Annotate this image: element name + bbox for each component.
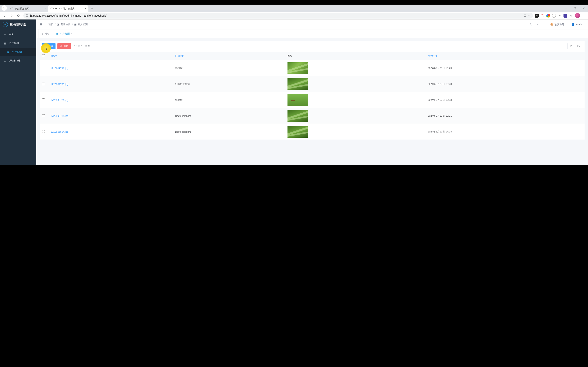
export-button[interactable] [575, 43, 582, 49]
sidebar-item-auth[interactable]: ◈ 认证和授权 ˅ [0, 56, 36, 65]
file-name-link[interactable]: 1726809790.jpg [51, 83, 68, 86]
window-close-button[interactable] [579, 5, 588, 12]
row-checkbox[interactable] [42, 99, 45, 101]
col-header-result[interactable]: 识别结果 [173, 52, 285, 60]
time-cell: 2024年3月17日 14:08 [425, 124, 585, 140]
user-menu[interactable]: 👤 admin ˅ [571, 23, 585, 26]
extension-icon-1[interactable]: N [535, 14, 539, 17]
topbar-actions: A ⤢ ⌂ 🎨 改变主题 ˅ 👤 admin ˅ [530, 23, 585, 26]
tab-search-button[interactable] [1, 5, 7, 11]
result-cell: 褐斑病 [173, 60, 285, 76]
browser-tabbar: 识别系统 使用 × Django 站点管理员 × + [0, 5, 588, 12]
sidebar-subitem-image-detect[interactable]: ▣ 图片检测 [0, 48, 36, 56]
extension-icon-5[interactable]: ❄ [558, 14, 562, 17]
add-button[interactable]: ＋ 增加 [42, 43, 55, 49]
sidebar-item-home[interactable]: ⌂ 首页 [0, 29, 36, 39]
letterbox-bottom [0, 165, 588, 170]
breadcrumb-page[interactable]: ▣图片检测 [74, 23, 88, 26]
chevron-down-icon: ˅ [33, 60, 34, 62]
window-minimize-button[interactable] [562, 5, 571, 12]
address-bar[interactable]: ⓘ ⚿ ☆ [23, 13, 533, 18]
time-cell: 2024年9月20日 13:23 [425, 76, 585, 92]
svg-rect-1 [574, 8, 576, 9]
letterbox-top [0, 0, 588, 5]
nav-reload-button[interactable] [15, 13, 21, 19]
fullscreen-button[interactable]: ⤢ [537, 23, 539, 26]
home-icon: ⌂ [46, 23, 47, 26]
file-name-link[interactable]: 1726809798.jpg [51, 67, 68, 70]
breadcrumb-group[interactable]: ▣图片检测 [57, 23, 70, 26]
sidebar-item-label: 认证和授权 [9, 59, 21, 63]
thumbnail-image[interactable] [287, 126, 308, 138]
bookmark-star-icon[interactable]: ☆ [528, 14, 531, 17]
user-icon: 👤 [571, 23, 575, 26]
sidebar-item-label: 图片检测 [9, 42, 19, 45]
sidebar-toggle-button[interactable]: ☰ [40, 23, 42, 26]
time-cell: 2024年9月20日 13:21 [425, 108, 585, 124]
home-icon: ⌂ [3, 33, 7, 35]
thumbnail-image[interactable] [287, 62, 308, 74]
tab-close-button[interactable]: × [84, 7, 86, 10]
delete-button[interactable]: 🗑 删除 [57, 43, 71, 49]
theme-label: 改变主题 [554, 23, 564, 26]
password-key-icon[interactable]: ⚿ [524, 14, 526, 17]
col-header-time[interactable]: 检测时间 [425, 52, 585, 60]
col-header-name[interactable]: 图片名 [48, 52, 173, 60]
extension-icon-6[interactable] [563, 14, 567, 17]
col-header-label: 检测时间 [428, 54, 437, 57]
nav-forward-button[interactable] [9, 13, 15, 19]
row-checkbox[interactable] [42, 114, 45, 117]
url-input[interactable] [30, 14, 522, 17]
browser-menu-button[interactable]: ⋮ [582, 14, 586, 17]
file-name-link[interactable]: 1710655684.jpg [51, 130, 68, 133]
extension-icon-4[interactable] [552, 14, 556, 17]
row-checkbox[interactable] [42, 83, 45, 85]
camera-icon: ▣ [56, 32, 58, 35]
extension-icon-2[interactable]: ◯ [541, 14, 544, 17]
table-row: 1710655684.jpgBacterialblight2024年3月17日 … [40, 124, 585, 140]
file-name-link[interactable]: 1726809781.jpg [51, 99, 68, 101]
browser-tab-title: Django 站点管理员 [55, 7, 83, 10]
trash-icon: 🗑 [60, 45, 62, 48]
tab-close-icon[interactable]: × [71, 33, 73, 35]
chevron-down-icon: ˅ [584, 23, 585, 25]
breadcrumb-home[interactable]: ⌂首页 [46, 23, 53, 26]
row-checkbox[interactable] [42, 130, 45, 133]
card: ↖ ＋ 增加 🗑 删除 5 个中 0 个被选 [40, 41, 585, 140]
thumbnail-image[interactable] [287, 78, 308, 90]
browser-tab-1[interactable]: Django 站点管理员 × [48, 5, 88, 12]
plus-icon: ＋ [45, 45, 47, 48]
thumbnail-image[interactable] [287, 110, 308, 122]
add-button-label: 增加 [48, 45, 53, 48]
camera-icon: ▣ [3, 42, 7, 45]
window-maximize-button[interactable] [571, 5, 579, 12]
app-root: ∞ 植物病害识别 ⌂ 首页 ▣ 图片检测 ˄ ▣ 图片检测 ◈ 认证和授权 ˅ [0, 19, 588, 165]
browser-tab-0[interactable]: 识别系统 使用 × [8, 5, 48, 12]
page-tab-detect[interactable]: ▣ 图片检测 × [53, 29, 76, 38]
camera-icon: ▣ [57, 23, 59, 26]
select-all-checkbox[interactable] [42, 54, 45, 57]
page-tab-home[interactable]: ⌂ 首页 [38, 29, 53, 38]
font-size-button[interactable]: A [530, 23, 532, 26]
table-row: 1726809781.jpg稻瘟病2024年9月20日 13:23 [40, 92, 585, 108]
thumbnail-image[interactable] [287, 94, 308, 106]
extension-icon-3[interactable] [546, 14, 550, 17]
camera-icon: ▣ [7, 51, 9, 53]
result-cell: 稻瘟病 [173, 92, 285, 108]
profile-avatar[interactable] [575, 13, 580, 18]
home-button[interactable]: ⌂ [544, 23, 545, 26]
refresh-button[interactable] [568, 43, 575, 49]
time-cell: 2024年9月20日 13:23 [425, 92, 585, 108]
site-info-icon[interactable]: ⓘ [26, 14, 28, 17]
tab-close-button[interactable]: × [44, 7, 46, 10]
theme-switcher[interactable]: 🎨 改变主题 ˅ [550, 23, 567, 26]
sidebar-item-image-detect[interactable]: ▣ 图片检测 ˄ [0, 39, 36, 48]
file-name-link[interactable]: 1726809711.jpg [51, 115, 68, 117]
row-checkbox[interactable] [42, 67, 45, 69]
page-tab-label: 首页 [45, 32, 50, 35]
new-tab-button[interactable]: + [89, 6, 95, 11]
chevron-up-icon: ˄ [33, 42, 34, 44]
nav-back-button[interactable] [1, 13, 8, 19]
breadcrumb-label: 图片检测 [61, 23, 70, 26]
extensions-menu-icon[interactable]: ⧉ [569, 14, 573, 17]
